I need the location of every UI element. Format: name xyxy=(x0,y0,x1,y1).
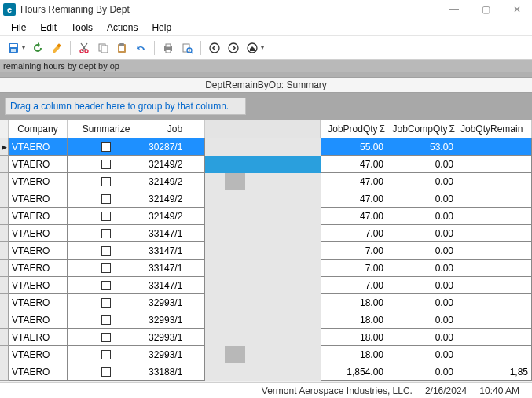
table-row[interactable]: VTAERO32993/118.000.00 xyxy=(0,294,532,311)
cell-company[interactable]: VTAERO xyxy=(9,208,68,225)
cell-company[interactable]: VTAERO xyxy=(9,346,68,363)
table-row[interactable]: VTAERO32149/247.000.00 xyxy=(0,190,532,208)
checkbox[interactable] xyxy=(101,263,111,273)
table-row[interactable]: VTAERO32993/118.000.00 xyxy=(0,311,532,329)
cell-company[interactable]: VTAERO xyxy=(9,363,68,381)
checkbox[interactable] xyxy=(101,177,111,186)
cell-job[interactable]: 32149/2 xyxy=(145,190,205,208)
nav-dropdown-icon[interactable]: ▾ xyxy=(261,44,264,51)
cell-summarize[interactable] xyxy=(68,208,145,225)
checkbox[interactable] xyxy=(101,281,111,290)
table-row[interactable]: VTAERO33147/17.000.00 xyxy=(0,225,532,242)
cell-jobcompqty[interactable]: 0.00 xyxy=(387,294,457,311)
cell-jobqtyremain[interactable] xyxy=(457,329,532,346)
cell-job[interactable]: 32149/2 xyxy=(145,208,205,225)
nav-home-icon[interactable] xyxy=(244,39,261,57)
col-summarize[interactable]: Summarize xyxy=(68,120,145,138)
cell-summarize[interactable] xyxy=(68,329,145,346)
cell-jobqtyremain[interactable] xyxy=(457,277,532,294)
cut-icon[interactable] xyxy=(75,39,93,57)
cell-summarize[interactable] xyxy=(68,225,145,242)
cell-jobcompqty[interactable]: 0.00 xyxy=(387,260,457,277)
cell-summarize[interactable] xyxy=(68,260,145,277)
cell-jobcompqty[interactable]: 0.00 xyxy=(387,208,457,225)
cell-job[interactable]: 33147/1 xyxy=(145,277,205,294)
group-by-hint[interactable]: Drag a column header here to group by th… xyxy=(5,98,246,115)
cell-jobprodqty[interactable]: 7.00 xyxy=(321,277,387,294)
cell-summarize[interactable] xyxy=(68,242,145,260)
cell-jobprodqty[interactable]: 47.00 xyxy=(321,156,387,173)
checkbox[interactable] xyxy=(101,298,111,308)
cell-job[interactable]: 33147/1 xyxy=(145,242,205,260)
cell-jobcompqty[interactable]: 0.00 xyxy=(387,242,457,260)
checkbox[interactable] xyxy=(101,194,111,204)
cell-company[interactable]: VTAERO xyxy=(9,156,68,173)
cell-jobqtyremain[interactable]: 1,85 xyxy=(457,363,532,381)
save-icon[interactable] xyxy=(5,39,22,57)
cell-jobcompqty[interactable]: 53.00 xyxy=(387,138,457,156)
cell-jobprodqty[interactable]: 47.00 xyxy=(321,190,387,208)
cell-jobprodqty[interactable]: 1,854.00 xyxy=(321,363,387,381)
cell-summarize[interactable] xyxy=(68,346,145,363)
cell-job[interactable]: 32993/1 xyxy=(145,346,205,363)
cell-company[interactable]: VTAERO xyxy=(9,260,68,277)
col-jobprodqty[interactable]: JobProdQtyΣ xyxy=(321,120,387,138)
cell-jobqtyremain[interactable] xyxy=(457,138,532,156)
cell-jobqtyremain[interactable] xyxy=(457,294,532,311)
checkbox[interactable] xyxy=(101,350,111,359)
save-dropdown-icon[interactable]: ▾ xyxy=(22,44,25,51)
table-row[interactable]: VTAERO32993/118.000.00 xyxy=(0,346,532,363)
cell-job[interactable]: 30287/1 xyxy=(145,138,205,156)
cell-jobprodqty[interactable]: 55.00 xyxy=(321,138,387,156)
checkbox[interactable] xyxy=(101,367,111,377)
nav-back-icon[interactable] xyxy=(206,39,223,57)
cell-summarize[interactable] xyxy=(68,138,145,156)
cell-company[interactable]: VTAERO xyxy=(9,138,68,156)
cell-job[interactable]: 32993/1 xyxy=(145,329,205,346)
cell-summarize[interactable] xyxy=(68,294,145,311)
cell-company[interactable]: VTAERO xyxy=(9,173,68,190)
table-row[interactable]: VTAERO33147/17.000.00 xyxy=(0,277,532,294)
cell-jobprodqty[interactable]: 18.00 xyxy=(321,329,387,346)
close-button[interactable]: ✕ xyxy=(508,1,526,18)
cell-jobprodqty[interactable]: 18.00 xyxy=(321,294,387,311)
cell-jobprodqty[interactable]: 47.00 xyxy=(321,208,387,225)
table-row[interactable]: VTAERO32149/247.000.00 xyxy=(0,208,532,225)
cell-company[interactable]: VTAERO xyxy=(9,294,68,311)
menu-edit[interactable]: Edit xyxy=(34,20,63,35)
cell-jobprodqty[interactable]: 18.00 xyxy=(321,311,387,329)
cell-company[interactable]: VTAERO xyxy=(9,277,68,294)
undo-icon[interactable] xyxy=(132,39,149,57)
print-icon[interactable] xyxy=(160,39,177,57)
cell-company[interactable]: VTAERO xyxy=(9,242,68,260)
cell-jobqtyremain[interactable] xyxy=(457,346,532,363)
table-row[interactable]: VTAERO33188/11,854.000.001,85 xyxy=(0,363,532,381)
checkbox[interactable] xyxy=(101,246,111,256)
cell-summarize[interactable] xyxy=(68,311,145,329)
checkbox[interactable] xyxy=(101,212,111,221)
cell-job[interactable]: 32993/1 xyxy=(145,311,205,329)
cell-jobqtyremain[interactable] xyxy=(457,225,532,242)
cell-job[interactable]: 33147/1 xyxy=(145,225,205,242)
cell-company[interactable]: VTAERO xyxy=(9,190,68,208)
cell-jobprodqty[interactable]: 7.00 xyxy=(321,225,387,242)
cell-jobqtyremain[interactable] xyxy=(457,156,532,173)
cell-summarize[interactable] xyxy=(68,363,145,381)
checkbox[interactable] xyxy=(101,229,111,238)
cell-company[interactable]: VTAERO xyxy=(9,329,68,346)
cell-jobcompqty[interactable]: 0.00 xyxy=(387,363,457,381)
table-row[interactable]: VTAERO32149/247.000.00 xyxy=(0,156,532,173)
cell-company[interactable]: VTAERO xyxy=(9,225,68,242)
cell-job[interactable]: 32993/1 xyxy=(145,294,205,311)
table-row[interactable]: VTAERO30287/155.0053.00 xyxy=(0,138,532,156)
checkbox[interactable] xyxy=(101,160,111,169)
paste-icon[interactable] xyxy=(113,39,130,57)
table-row[interactable]: VTAERO32993/118.000.00 xyxy=(0,329,532,346)
col-job[interactable]: Job xyxy=(145,120,205,138)
cell-jobqtyremain[interactable] xyxy=(457,260,532,277)
cell-jobcompqty[interactable]: 0.00 xyxy=(387,311,457,329)
cell-job[interactable]: 33188/1 xyxy=(145,363,205,381)
cell-jobprodqty[interactable]: 7.00 xyxy=(321,260,387,277)
cell-summarize[interactable] xyxy=(68,277,145,294)
menu-file[interactable]: File xyxy=(5,20,32,35)
